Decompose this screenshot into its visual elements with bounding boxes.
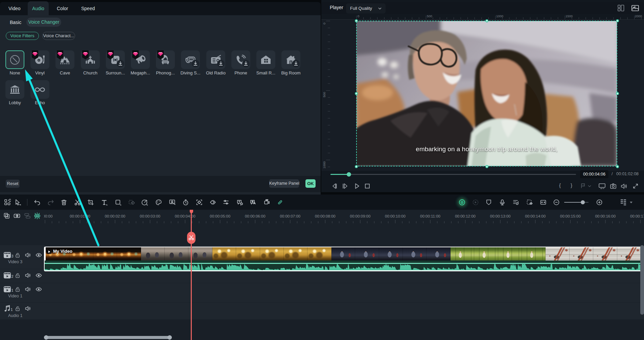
svg-text:2: 2 [12, 274, 14, 278]
svg-text:1: 1 [11, 308, 13, 312]
svg-text:00:00:11:00: 00:00:11:00 [420, 214, 440, 218]
svg-text:00:00:13:00: 00:00:13:00 [490, 214, 511, 218]
svg-text:2000: 2000 [635, 14, 642, 18]
svg-text:00:00:14:00: 00:00:14:00 [525, 214, 546, 218]
svg-text:0: 0 [322, 23, 326, 24]
svg-text:00:00:06:00: 00:00:06:00 [245, 214, 266, 218]
svg-text:00:00:02:00: 00:00:02:00 [105, 214, 125, 218]
svg-text:00:00:05:00: 00:00:05:00 [210, 214, 230, 218]
svg-text:00:00:04:00: 00:00:04:00 [175, 214, 196, 218]
svg-text:00:00:07:00: 00:00:07:00 [280, 214, 300, 218]
svg-text:500: 500 [322, 92, 326, 97]
svg-text:0: 0 [358, 14, 359, 18]
svg-text:1: 1 [12, 288, 14, 292]
svg-text:3: 3 [12, 254, 14, 258]
svg-text:00:00:01:00: 00:00:01:00 [70, 214, 90, 218]
svg-text:500: 500 [427, 14, 432, 18]
svg-text:00:00:16:00: 00:00:16:00 [595, 214, 616, 218]
svg-text:00:00:00: 00:00:00 [44, 214, 52, 218]
svg-text:00:00:15:00: 00:00:15:00 [560, 214, 581, 218]
svg-text:00:00:10:00: 00:00:10:00 [385, 214, 406, 218]
svg-text:1000: 1000 [496, 14, 503, 18]
svg-text:00:00:03:00: 00:00:03:00 [140, 214, 160, 218]
svg-text:00:00:09:00: 00:00:09:00 [350, 214, 371, 218]
svg-text:00:00:12:00: 00:00:12:00 [455, 214, 476, 218]
svg-text:00:00:08:00: 00:00:08:00 [315, 214, 336, 218]
svg-text:1000: 1000 [322, 161, 326, 168]
svg-text:1500: 1500 [566, 14, 573, 18]
svg-text:00:00:17:00: 00:00:17:00 [630, 214, 644, 218]
